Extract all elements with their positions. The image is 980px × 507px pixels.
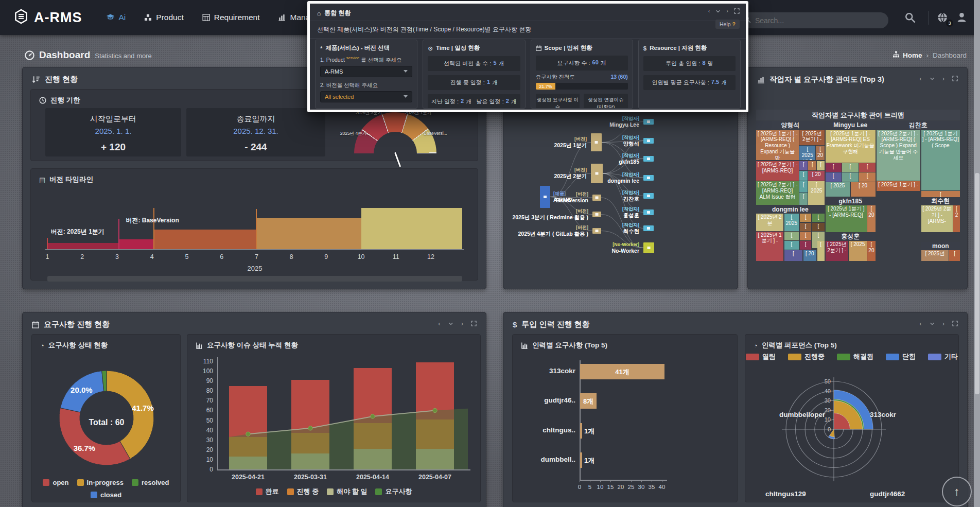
chevron-down-icon[interactable] [930, 321, 935, 326]
legend-item-해결됨[interactable]: 해결됨 [837, 352, 873, 361]
search-box[interactable] [736, 12, 888, 28]
treemap-cell[interactable]: [ 2025년 1분기 ] - [ARMS-REQ] ( Resource ) … [756, 130, 799, 161]
menu-item-requirement[interactable]: Requirement [202, 13, 260, 22]
timeline-scrollbar[interactable] [47, 276, 462, 282]
treemap-cell[interactable]: [ [784, 241, 799, 250]
treemap-cell[interactable]: [ [817, 241, 825, 261]
graduation-cap-icon [106, 14, 115, 21]
legend-item-완료[interactable]: 완료 [256, 487, 279, 496]
treemap-cell[interactable]: [ 20 [816, 146, 824, 161]
notification-badge[interactable]: 3 [946, 20, 953, 27]
breadcrumb-home[interactable]: Home [892, 51, 922, 59]
chevron-right-icon[interactable]: › [942, 320, 944, 327]
chevron-right-icon[interactable]: › [461, 320, 463, 327]
chevron-left-icon[interactable]: ‹ [438, 320, 440, 327]
treemap-cell[interactable]: [ [921, 191, 960, 197]
expand-icon[interactable] [952, 76, 958, 81]
legend-item-해야 할 일[interactable]: 해야 할 일 [327, 487, 367, 496]
search-input[interactable] [755, 16, 868, 25]
treemap-cell[interactable]: [ 2025년 2분기 ] - [ARMS- [921, 205, 953, 232]
treemap-cell[interactable]: [ 2025년 2분기 ] - [826, 241, 848, 261]
treemap-cell[interactable]: [ [842, 163, 859, 172]
legend-item-요구사항[interactable]: 요구사항 [375, 487, 412, 496]
expand-icon[interactable] [952, 321, 958, 326]
treemap-cell[interactable]: [ 2025 년 2분기 [799, 146, 815, 161]
treemap-cell[interactable]: [ [800, 241, 812, 250]
legend-item-열림[interactable]: 열림 [746, 352, 776, 361]
treemap-cell[interactable]: [ 2025년 2분 [756, 214, 783, 231]
treemap-cell[interactable]: [ [799, 181, 808, 193]
treemap-cell[interactable]: [ [799, 161, 808, 170]
page-scrollbar[interactable] [974, 0, 980, 507]
treemap-cell[interactable]: [ 20 [867, 241, 875, 261]
product-select[interactable]: A-RMS [320, 66, 412, 77]
treemap-cell[interactable]: [ 2025년 1분기 ] - [877, 181, 920, 191]
treemap-cell[interactable]: [ [799, 171, 808, 181]
treemap-cell[interactable]: [ [826, 163, 842, 172]
treemap-cell[interactable]: [ [826, 172, 842, 182]
search-submit-icon[interactable] [905, 12, 916, 23]
chevron-left-icon[interactable]: ‹ [919, 75, 921, 82]
user-icon[interactable] [956, 12, 967, 23]
chevron-left-icon[interactable]: ‹ [708, 8, 710, 14]
treemap-cell[interactable]: [ 2025 [849, 241, 867, 261]
panel-title: 진행 현황 [45, 75, 78, 84]
treemap-cell[interactable]: [ [859, 172, 875, 182]
treemap-cell[interactable]: [ 2025년 1분기 ] - [756, 232, 783, 261]
menu-item-ai[interactable]: Ai [106, 13, 126, 22]
treemap-cell[interactable]: [ [800, 214, 812, 222]
legend-item-open[interactable]: open [43, 479, 68, 486]
treemap-cell[interactable]: [ 2 [953, 205, 960, 232]
treemap-cell[interactable]: [ 2025년 2분기 ] - [799, 130, 824, 145]
menu-item-product[interactable]: Product [144, 13, 183, 22]
chevron-down-icon[interactable] [715, 9, 721, 14]
treemap-cell[interactable]: [ 2025 [784, 214, 799, 231]
panel-requirement: 요구사항 진행 현황 ‹› ◔ 요구사항 상태 현황 41.7%36.7%20.… [22, 312, 486, 507]
treemap-cell[interactable]: [ 2025 [826, 182, 850, 197]
legend-item-진행 중[interactable]: 진행 중 [287, 487, 319, 496]
treemap-cell[interactable]: [ [800, 223, 812, 231]
legend-item-resolved[interactable]: resolved [132, 479, 169, 486]
treemap-cell[interactable]: [ [784, 250, 803, 261]
treemap-cell[interactable]: [ 20 [851, 182, 876, 197]
chevron-down-icon[interactable] [930, 76, 935, 81]
treemap-cell[interactable]: [ [800, 232, 812, 240]
expand-icon[interactable] [734, 8, 740, 14]
treemap-cell[interactable]: [ [817, 161, 824, 170]
treemap-cell[interactable]: [ [859, 163, 875, 172]
treemap-cell[interactable]: [ [799, 193, 808, 205]
legend-item-기타[interactable]: 기타 [928, 352, 958, 361]
treemap-cell[interactable]: [ 2025년 1분기 ] - [ARMS-REQ] ES Framework … [826, 130, 876, 163]
treemap-cell[interactable]: [ 2025년 2분기 ] - [ARMS-REQ] ALM Issue 컬럼 [756, 181, 799, 205]
y-axis-line [217, 357, 218, 470]
expand-icon[interactable] [471, 321, 477, 326]
treemap-cell[interactable]: [ 2025년 2분기 ] - [ARMS-REQ] [756, 161, 799, 181]
treemap-cell[interactable]: [ [949, 250, 960, 261]
treemap-cell[interactable]: [ [808, 161, 816, 170]
legend-item-in-progress[interactable]: in-progress [77, 479, 124, 486]
clock-icon [39, 97, 46, 104]
legend-item-닫힘[interactable]: 닫힘 [886, 352, 916, 361]
chevron-down-icon[interactable] [448, 321, 453, 326]
brand[interactable]: A-RMS [0, 9, 95, 26]
chevron-left-icon[interactable]: ‹ [919, 320, 921, 327]
treemap-cell[interactable]: [ 2025 [808, 181, 825, 205]
chevron-right-icon[interactable]: › [726, 8, 728, 14]
legend-item-closed[interactable]: closed [91, 491, 121, 499]
treemap-cell[interactable]: [ [842, 172, 859, 182]
treemap-cell[interactable]: [ [812, 223, 825, 231]
treemap-cell[interactable]: [ 20 [803, 250, 816, 261]
treemap-cell[interactable]: [ 20 [808, 171, 825, 181]
treemap-cell[interactable]: [ 2025년 [921, 250, 949, 261]
treemap-cell[interactable]: [ 2025년 1분기 ] - [ARMS-REQ] [826, 205, 867, 232]
treemap-cell[interactable]: [ 2025년 2분기 ] - [ARMS-REQ] ( Scope ) Exp… [877, 130, 920, 181]
version-select[interactable]: All selected [320, 91, 412, 102]
treemap-cell[interactable]: [ 2025년 1분기 ] - [ARMS-REQ] ( Scope [921, 130, 960, 191]
treemap-cell[interactable]: [ [784, 232, 799, 240]
treemap-cell[interactable]: [ [812, 214, 825, 222]
treemap-cell[interactable]: [ 20 [867, 205, 875, 232]
scrollbar-thumb[interactable] [975, 173, 979, 394]
scroll-to-top-button[interactable]: ↑ [942, 477, 972, 506]
chevron-right-icon[interactable]: › [942, 75, 944, 82]
legend-item-진행중[interactable]: 진행중 [788, 352, 825, 361]
